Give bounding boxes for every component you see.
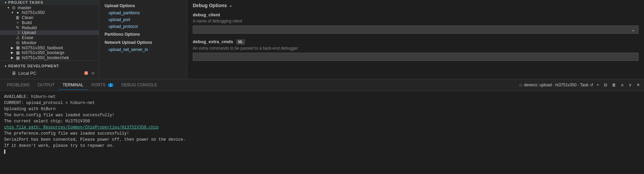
terminal-line: The burn.config file was loaded successf…: [4, 112, 640, 118]
upload-net-server-option[interactable]: upload_net_server_in: [99, 46, 187, 53]
sidebar-item-rebuild[interactable]: ↻ Rebuild: [0, 25, 99, 30]
debug-client-section: debug_client A name of debugging client: [193, 12, 639, 34]
terminal-line: AVAILABLE: hiburn-net: [4, 94, 640, 100]
tabs-right: ▷ deveco: upload - hi3751v350 - Task ↺ +…: [520, 82, 641, 88]
tab-problems[interactable]: PROBLEMS: [3, 81, 34, 90]
tab-terminal[interactable]: TERMINAL: [59, 81, 88, 90]
close-icon[interactable]: ✕: [635, 82, 641, 88]
task-label: deveco: upload - hi3751v350 - Task: [524, 83, 588, 87]
erase-icon: ⚠: [15, 35, 20, 40]
project-tasks-chevron: ▾: [3, 0, 8, 5]
tabs-left: PROBLEMS OUTPUT TERMINAL PORTS 1 DEBUG C…: [3, 81, 161, 90]
monitor-label: Monitor: [22, 40, 36, 45]
tab-debug-console[interactable]: DEBUG CONSOLE: [117, 81, 161, 90]
remote-dev-chevron: ▾: [3, 63, 8, 69]
partitions-options-header: Partitions Options: [99, 30, 187, 38]
upload-partitions-option[interactable]: upload_partitions: [99, 10, 187, 16]
local-pc-label: Local PC: [18, 71, 36, 76]
upload-icon: ☽: [15, 30, 20, 35]
stop-button[interactable]: [84, 71, 88, 75]
debug-options-header: Debug Options ⌄: [193, 3, 639, 8]
upload-protocol-option[interactable]: upload_protocol: [99, 23, 187, 30]
middle-panel: Upload Options upload_partitions upload_…: [99, 0, 187, 79]
remote-dev-section: ▾ REMOTE DEVELOPMENT 🖥 Local PC ⚙: [0, 60, 99, 79]
terminal-line: SerialPort has been connented, Please po…: [4, 137, 640, 143]
ports-badge: 1: [108, 83, 113, 87]
erase-label: Erase: [22, 35, 33, 40]
hi3751v350-item[interactable]: ▾ ● hi3751v350: [0, 10, 99, 15]
master-icon: ◎: [11, 5, 16, 10]
master-item[interactable]: ▾ ◎ master: [0, 5, 99, 10]
debug-extra-cmds-input[interactable]: [193, 53, 639, 61]
terminal-line: If it doesn't work, please try to repowe…: [4, 143, 640, 149]
tab-ports[interactable]: PORTS 1: [88, 81, 117, 90]
terminal-line: The preference.config file was loaded su…: [4, 130, 640, 137]
sidebar-item-build[interactable]: ○ Build: [0, 20, 99, 25]
booterchek-chevron: ▶: [10, 55, 15, 60]
booterchek-icon: ▦: [15, 55, 20, 60]
sidebar-item-upload[interactable]: ☽ Upload: [0, 30, 99, 35]
bottom-panel: PROBLEMS OUTPUT TERMINAL PORTS 1 DEBUG C…: [0, 79, 644, 174]
sidebar-item-monitor[interactable]: ◎ Monitor: [0, 40, 99, 45]
debug-options-chevron[interactable]: ⌄: [229, 3, 232, 8]
terminal-line: [4, 149, 640, 155]
debug-extra-cmds-label-text: debug_extra_cmds: [193, 39, 233, 44]
booterchek-label: hi3751v350_booterchek: [22, 55, 69, 60]
trash-icon[interactable]: 🗑: [611, 82, 617, 88]
debug-client-label: debug_client: [193, 12, 639, 17]
chevron-up-icon[interactable]: ∧: [619, 82, 625, 88]
clean-icon: 🗑: [15, 15, 20, 20]
master-label: master: [18, 5, 31, 10]
bootargs-icon: ▦: [15, 50, 20, 55]
task-info: ▷ deveco: upload - hi3751v350 - Task ↺: [520, 83, 593, 87]
hi3751v350-chevron: ▾: [10, 10, 15, 15]
master-chevron: ▾: [5, 5, 11, 10]
remote-dev-label: REMOTE DEVELOPMENT: [8, 64, 59, 68]
tab-output[interactable]: OUTPUT: [34, 81, 59, 90]
upload-label: Upload: [22, 30, 36, 35]
fastboot-icon: ▦: [15, 45, 20, 50]
monitor-icon: ◎: [15, 40, 20, 45]
clean-label: Clean: [22, 15, 33, 20]
sidebar-item-bootargs[interactable]: ▶ ▦ hi3751v350_bootargs: [0, 50, 99, 55]
hi3751v350-label: hi3751v350: [22, 10, 45, 15]
network-upload-options-header: Network Upload Options: [99, 38, 187, 46]
rebuild-icon: ↻: [15, 25, 20, 30]
terminal-line: CURRENT: upload_protocol = hiburn-net: [4, 100, 640, 106]
fastboot-chevron: ▶: [10, 45, 15, 50]
sidebar-item-erase[interactable]: ⚠ Erase: [0, 35, 99, 40]
panel-tabs: PROBLEMS OUTPUT TERMINAL PORTS 1 DEBUG C…: [0, 79, 644, 91]
right-panel: Debug Options ⌄ debug_client A name of d…: [187, 0, 644, 79]
sidebar-item-booterchek[interactable]: ▶ ▦ hi3751v350_booterchek: [0, 55, 99, 60]
bootargs-chevron: ▶: [10, 50, 15, 55]
terminal-line: Uploading with HiBurn: [4, 106, 640, 112]
bootargs-label: hi3751v350_bootargs: [22, 50, 64, 55]
debug-client-description: A name of debugging client: [193, 19, 639, 23]
rebuild-label: Rebuild: [22, 25, 37, 30]
sidebar-item-fastboot[interactable]: ▶ ▦ hi3751v350_fastboot: [0, 45, 99, 50]
upload-port-option[interactable]: upload_port: [99, 16, 187, 23]
ml-badge: ML: [236, 39, 245, 45]
local-pc-item[interactable]: 🖥 Local PC ⚙: [0, 69, 99, 77]
upload-options-header: Upload Options: [99, 1, 187, 10]
project-tasks-header[interactable]: ▾ PROJECT TASKS: [0, 0, 99, 5]
build-label: Build: [22, 20, 32, 25]
terminal-run-icon: ▷: [520, 83, 523, 87]
chevron-down-icon[interactable]: ∨: [627, 82, 633, 88]
task-refresh-icon[interactable]: ↺: [590, 83, 593, 87]
sidebar: ▾ PROJECT TASKS ▾ ◎ master ▾ ● hi3751v35…: [0, 0, 99, 79]
debug-options-label: Debug Options: [193, 3, 227, 8]
hi3751v350-icon: ●: [15, 10, 20, 15]
debug-client-select[interactable]: [193, 25, 639, 34]
build-icon: ○: [15, 20, 20, 25]
debug-extra-cmds-description: An extra commands to be passed to a back…: [193, 46, 639, 51]
sidebar-item-clean[interactable]: 🗑 Clean: [0, 15, 99, 20]
split-terminal-icon[interactable]: ⊟: [602, 82, 609, 88]
terminal-line: chip file path: Resources/Common/ChipPro…: [4, 124, 640, 130]
remote-dev-header[interactable]: ▾ REMOTE DEVELOPMENT: [0, 63, 99, 69]
debug-extra-cmds-label: debug_extra_cmds ML: [193, 39, 639, 45]
add-terminal-icon[interactable]: +: [595, 82, 600, 88]
debug-extra-cmds-section: debug_extra_cmds ML An extra commands to…: [193, 39, 639, 61]
monitor-icon-remote: 🖥: [12, 70, 16, 76]
gear-icon[interactable]: ⚙: [91, 71, 95, 75]
